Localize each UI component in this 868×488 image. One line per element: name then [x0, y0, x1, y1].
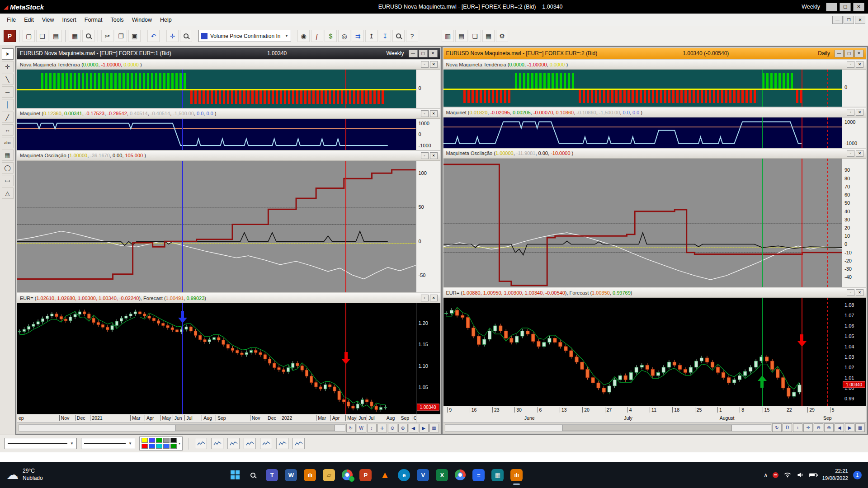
- palette-color-swatch[interactable]: [142, 438, 148, 443]
- renko-chart-button[interactable]: [260, 438, 272, 449]
- pane-close-button[interactable]: ✕: [430, 295, 438, 301]
- options-button[interactable]: ⚙: [496, 30, 508, 42]
- palette-color-swatch[interactable]: [149, 444, 155, 449]
- chrome-icon[interactable]: [455, 469, 466, 480]
- menu-help[interactable]: Help: [156, 14, 176, 25]
- find-button[interactable]: [392, 30, 405, 42]
- pane-restore-button[interactable]: ▫: [847, 61, 854, 68]
- pane-close-button[interactable]: ✕: [430, 152, 438, 159]
- taskbar-weather-widget[interactable]: ☁ 29°C Nublado: [6, 468, 110, 482]
- point-figure-chart-button[interactable]: [244, 438, 256, 449]
- vertical-line-marker[interactable]: [762, 117, 763, 148]
- store-app-icon[interactable]: ▦: [491, 469, 504, 481]
- app-maximize-button[interactable]: ▢: [840, 3, 851, 11]
- pane-restore-button[interactable]: ▫: [421, 110, 429, 117]
- battery-icon[interactable]: [809, 473, 817, 477]
- palette-color-swatch[interactable]: [170, 444, 177, 449]
- save-chart-button[interactable]: ▤: [50, 30, 62, 42]
- vertical-line-marker[interactable]: [182, 161, 183, 293]
- window-close-button[interactable]: ✕: [854, 50, 863, 57]
- upload-button[interactable]: ↥: [365, 30, 377, 42]
- line-chart-button[interactable]: [227, 438, 240, 449]
- help-button[interactable]: ?: [406, 30, 418, 42]
- page-setup-button[interactable]: ▦: [69, 30, 81, 42]
- palette-color-swatch[interactable]: [142, 444, 148, 449]
- document-close-button[interactable]: ✕: [855, 16, 865, 24]
- pointer-tool[interactable]: ➤: [2, 48, 14, 60]
- pane-restore-button[interactable]: ▫: [421, 152, 429, 159]
- indicator-builder-button[interactable]: ƒ: [311, 30, 323, 42]
- metastock-active-icon[interactable]: ılı: [510, 469, 523, 481]
- pane-close-button[interactable]: ✕: [856, 289, 863, 296]
- trendline-tool[interactable]: ╲: [2, 74, 14, 85]
- vertical-line-marker[interactable]: [827, 117, 828, 148]
- candle-chart-button[interactable]: [211, 438, 223, 449]
- start-button[interactable]: [231, 470, 240, 479]
- copy-button[interactable]: ❐: [115, 30, 127, 42]
- rectangle-tool[interactable]: ▭: [2, 175, 14, 186]
- vertical-line-marker[interactable]: [762, 159, 763, 287]
- cascade-button[interactable]: ❏: [469, 30, 481, 42]
- grid-tool[interactable]: ▦: [2, 150, 14, 161]
- pane-close-button[interactable]: ✕: [430, 110, 438, 117]
- indicator-quicklist[interactable]: Volume Price Confirmation In▼: [198, 30, 291, 42]
- zoom-out-button[interactable]: ⊖: [814, 423, 823, 432]
- pane-restore-button[interactable]: ▫: [847, 289, 854, 296]
- notification-count-badge[interactable]: 1: [853, 471, 862, 479]
- palette-color-swatch[interactable]: [170, 438, 177, 443]
- pane-plot-maquinet[interactable]: [17, 119, 416, 150]
- window-maximize-button[interactable]: ▢: [419, 50, 428, 57]
- pane-plot-tendencia[interactable]: [443, 70, 842, 107]
- vertical-zoom-button[interactable]: ↕: [793, 423, 802, 432]
- vertical-line-marker[interactable]: [762, 298, 763, 406]
- vlc-icon[interactable]: ▲: [378, 469, 391, 481]
- calculator-icon[interactable]: =: [472, 469, 485, 481]
- scrollbar-thumb[interactable]: [175, 425, 335, 431]
- pane-restore-button[interactable]: ▫: [421, 61, 429, 68]
- chart-window-titlebar[interactable]: EURUSD Nova Maquineta.mwl - [EUR=] FOREX…: [17, 48, 440, 59]
- refresh-button[interactable]: ↻: [772, 423, 782, 432]
- excel-icon[interactable]: X: [436, 469, 448, 481]
- line-style-dropdown-1[interactable]: ▼: [5, 438, 77, 449]
- scroll-right-button[interactable]: ▶: [419, 424, 429, 432]
- download-button[interactable]: ↧: [379, 30, 391, 42]
- wifi-icon[interactable]: [783, 472, 792, 478]
- tray-alert-icon[interactable]: [773, 472, 778, 478]
- power-console-button[interactable]: P: [4, 30, 16, 42]
- window-minimize-button[interactable]: —: [835, 50, 844, 57]
- visual-studio-icon[interactable]: V: [417, 469, 429, 481]
- horizontal-line-tool[interactable]: ─: [2, 86, 14, 98]
- tile-vertical-button[interactable]: ▤: [455, 30, 467, 42]
- pane-close-button[interactable]: ✕: [856, 61, 863, 68]
- scroll-tool[interactable]: ↔: [2, 124, 14, 136]
- pane-restore-button[interactable]: ▫: [847, 109, 854, 116]
- menu-tools[interactable]: Tools: [106, 14, 127, 25]
- tray-expand-icon[interactable]: ∧: [764, 472, 768, 479]
- pane-plot-maquinet[interactable]: [443, 117, 842, 148]
- pane-close-button[interactable]: ✕: [430, 61, 438, 68]
- menu-view[interactable]: View: [38, 14, 58, 25]
- pan-button[interactable]: ✛: [377, 424, 387, 432]
- chrome-notification-icon[interactable]: [342, 469, 353, 480]
- vertical-line-marker[interactable]: [827, 298, 828, 406]
- powerpoint-icon[interactable]: P: [359, 469, 372, 481]
- pane-close-button[interactable]: ✕: [856, 109, 863, 116]
- data-window-button[interactable]: ▦: [855, 423, 865, 432]
- vertical-zoom-button[interactable]: ↕: [367, 424, 377, 432]
- zoom-in-button[interactable]: ⊕: [824, 423, 834, 432]
- print-preview-button[interactable]: [82, 30, 94, 42]
- ray-line-tool[interactable]: ╱: [2, 112, 14, 123]
- scroll-left-button[interactable]: ◀: [835, 423, 844, 432]
- chart-window-titlebar[interactable]: EURUSD Nova Maquineta.mwl - [EUR=] FOREX…: [443, 48, 867, 59]
- folder-icon[interactable]: ▱: [323, 469, 335, 481]
- data-window-button[interactable]: ▦: [429, 424, 439, 432]
- refresh-button[interactable]: ↻: [346, 424, 356, 432]
- vertical-line-marker[interactable]: [802, 159, 802, 287]
- forecaster-button[interactable]: ⇉: [352, 30, 364, 42]
- pane-plot-price[interactable]: [443, 298, 842, 406]
- paste-button[interactable]: ▣: [128, 30, 141, 42]
- periodicity-button[interactable]: W: [357, 424, 366, 432]
- vertical-line-marker[interactable]: [345, 161, 346, 293]
- line-style-dropdown-2[interactable]: ▼: [81, 438, 135, 449]
- explorer-button[interactable]: ◉: [297, 30, 310, 42]
